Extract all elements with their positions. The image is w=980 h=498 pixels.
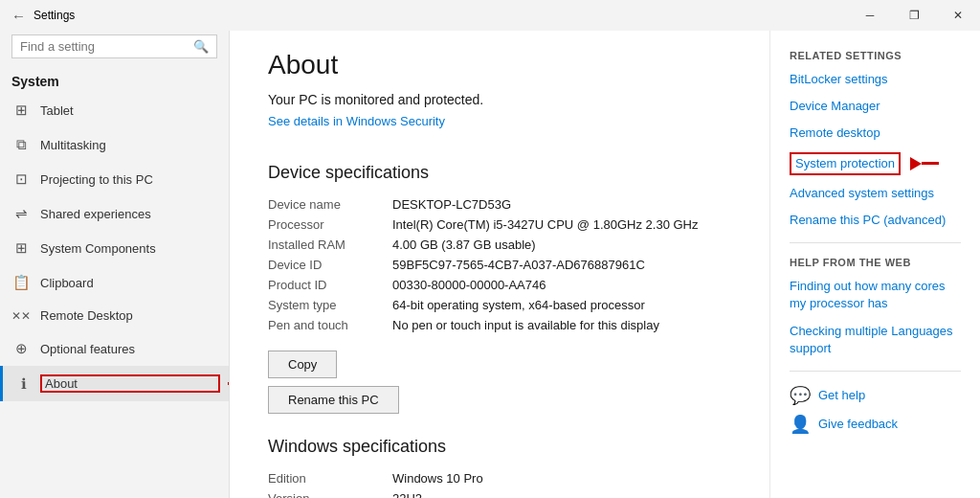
spec-label: Device ID: [268, 255, 392, 275]
table-row: EditionWindows 10 Pro: [268, 468, 731, 488]
sidebar-item-label: Multitasking: [40, 138, 217, 152]
spec-value: 00330-80000-00000-AA746: [392, 275, 731, 295]
help-cores-link[interactable]: Finding out how many cores my processor …: [790, 278, 961, 312]
sidebar-item-label: System Components: [40, 241, 217, 256]
sidebar: 🔍 System ⊞ Tablet ⧉ Multitasking ⊡ Proje…: [0, 31, 230, 498]
system-protection-link[interactable]: System protection: [795, 155, 895, 172]
spec-label: System type: [268, 295, 392, 315]
bitlocker-link[interactable]: BitLocker settings: [790, 71, 961, 88]
spec-label: Pen and touch: [268, 315, 392, 335]
right-panel: Related settings BitLocker settings Devi…: [769, 31, 980, 498]
table-row: Device nameDESKTOP-LC7D53G: [268, 194, 731, 215]
device-manager-link[interactable]: Device Manager: [790, 98, 961, 115]
get-help-link[interactable]: Get help: [818, 388, 865, 402]
see-details-link[interactable]: See details in Windows Security: [268, 114, 445, 128]
sidebar-item-tablet[interactable]: ⊞ Tablet: [0, 93, 229, 127]
close-button[interactable]: ✕: [936, 0, 980, 31]
sidebar-item-about[interactable]: ℹ About: [0, 366, 229, 401]
search-box[interactable]: 🔍: [11, 34, 217, 58]
shared-icon: ⇌: [11, 205, 31, 222]
table-row: System type64-bit operating system, x64-…: [268, 295, 731, 315]
sidebar-item-label: Tablet: [40, 103, 217, 118]
sidebar-item-shared[interactable]: ⇌ Shared experiences: [0, 196, 229, 231]
spec-value: Windows 10 Pro: [392, 468, 731, 488]
spec-label: Product ID: [268, 275, 392, 295]
get-help-item: 💬 Get help: [790, 385, 961, 406]
system-protection-box: System protection: [790, 152, 901, 175]
tablet-icon: ⊞: [11, 102, 31, 119]
sidebar-item-label: About: [40, 374, 220, 393]
table-row: Pen and touchNo pen or touch input is av…: [268, 315, 731, 335]
remote-icon: ✕✕: [11, 309, 31, 323]
sidebar-item-remote[interactable]: ✕✕ Remote Desktop: [0, 300, 229, 331]
right-divider: [790, 242, 961, 243]
about-icon: ℹ: [14, 375, 33, 393]
spec-value: 59BF5C97-7565-4CB7-A037-AD676887961C: [392, 255, 731, 275]
system-protection-arrow: [910, 157, 950, 170]
spec-label: Installed RAM: [268, 235, 392, 255]
table-row: Device ID59BF5C97-7565-4CB7-A037-AD67688…: [268, 255, 731, 275]
back-arrow-icon[interactable]: ←: [11, 8, 26, 24]
system-protection-row: System protection: [790, 152, 961, 175]
table-row: ProcessorIntel(R) Core(TM) i5-3427U CPU …: [268, 215, 731, 235]
win-spec-table: EditionWindows 10 ProVersion22H2Installe…: [268, 468, 731, 498]
help-lang-link[interactable]: Checking multiple Languages support: [790, 323, 961, 357]
components-icon: ⊞: [11, 239, 31, 257]
search-input[interactable]: [20, 39, 193, 54]
table-row: Version22H2: [268, 488, 731, 498]
sidebar-item-label: Clipboard: [40, 276, 217, 290]
spec-value: DESKTOP-LC7D53G: [392, 194, 731, 215]
sidebar-item-projecting[interactable]: ⊡ Projecting to this PC: [0, 162, 229, 196]
app-container: 🔍 System ⊞ Tablet ⧉ Multitasking ⊡ Proje…: [0, 31, 980, 498]
minimize-button[interactable]: ─: [848, 0, 892, 31]
spec-label: Version: [268, 488, 392, 498]
titlebar-title: Settings: [33, 9, 75, 22]
projecting-icon: ⊡: [11, 170, 31, 188]
main-content: About Your PC is monitored and protected…: [230, 31, 769, 498]
advanced-system-link[interactable]: Advanced system settings: [790, 185, 961, 202]
table-row: Installed RAM4.00 GB (3.87 GB usable): [268, 235, 731, 255]
sidebar-item-multitasking[interactable]: ⧉ Multitasking: [0, 127, 229, 162]
get-help-icon: 💬: [790, 385, 811, 406]
spec-value: 22H2: [392, 488, 731, 498]
multitasking-icon: ⧉: [11, 136, 31, 153]
spec-label: Edition: [268, 468, 392, 488]
spec-value: 4.00 GB (3.87 GB usable): [392, 235, 731, 255]
table-row: Product ID00330-80000-00000-AA746: [268, 275, 731, 295]
copy-button[interactable]: Copy: [268, 351, 337, 378]
sidebar-section-title: System: [0, 66, 229, 93]
sidebar-item-label: Projecting to this PC: [40, 172, 217, 187]
give-feedback-item: 👤 Give feedback: [790, 414, 961, 435]
give-feedback-icon: 👤: [790, 414, 811, 435]
right-divider-2: [790, 371, 961, 372]
optional-icon: ⊕: [11, 340, 31, 357]
rename-advanced-link[interactable]: Rename this PC (advanced): [790, 212, 961, 229]
sidebar-item-clipboard[interactable]: 📋 Clipboard: [0, 265, 229, 300]
titlebar: ← Settings ─ ❐ ✕: [0, 0, 980, 31]
sidebar-item-components[interactable]: ⊞ System Components: [0, 231, 229, 265]
spec-value: 64-bit operating system, x64-based proce…: [392, 295, 731, 315]
maximize-button[interactable]: ❐: [892, 0, 936, 31]
spec-table: Device nameDESKTOP-LC7D53GProcessorIntel…: [268, 194, 731, 335]
sidebar-item-optional[interactable]: ⊕ Optional features: [0, 331, 229, 366]
give-feedback-link[interactable]: Give feedback: [818, 417, 898, 431]
spec-value: No pen or touch input is available for t…: [392, 315, 731, 335]
titlebar-left: ← Settings: [0, 8, 75, 24]
help-title: Help from the web: [790, 257, 961, 268]
sidebar-item-label: Optional features: [40, 342, 217, 356]
related-settings-title: Related settings: [790, 50, 961, 61]
page-title: About: [268, 50, 731, 80]
titlebar-controls: ─ ❐ ✕: [848, 0, 980, 31]
remote-desktop-link[interactable]: Remote desktop: [790, 124, 961, 142]
spec-value: Intel(R) Core(TM) i5-3427U CPU @ 1.80GHz…: [392, 215, 731, 235]
windows-section-title: Windows specifications: [268, 437, 731, 457]
search-icon: 🔍: [193, 39, 209, 54]
device-section-title: Device specifications: [268, 163, 731, 183]
spec-label: Processor: [268, 215, 392, 235]
spec-label: Device name: [268, 194, 392, 215]
rename-button[interactable]: Rename this PC: [268, 386, 399, 414]
protected-text: Your PC is monitored and protected.: [268, 92, 731, 107]
sidebar-item-label: Shared experiences: [40, 207, 217, 221]
clipboard-icon: 📋: [11, 274, 31, 291]
sidebar-item-label: Remote Desktop: [40, 308, 217, 323]
